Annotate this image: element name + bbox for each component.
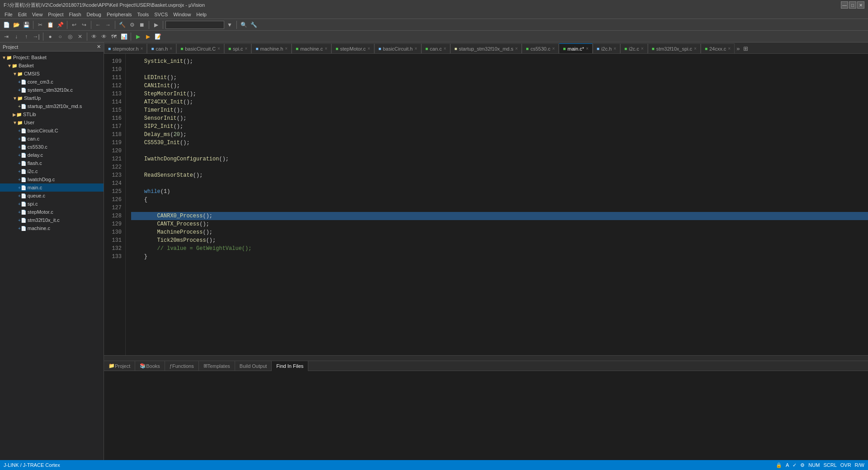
tree-item-spi_c[interactable]: +📄spi.c [0, 200, 104, 208]
navigate-back-btn[interactable]: ← [94, 20, 103, 29]
editor-tab-main_c[interactable]: ■main.c*× [559, 43, 593, 53]
tab-close-btn[interactable]: × [415, 46, 417, 51]
bottom-tab-books[interactable]: 📚 Books [135, 361, 165, 371]
menu-item-flash[interactable]: Flash [66, 11, 84, 18]
debug-btn[interactable]: ▶ [151, 20, 160, 29]
tree-item-stm32f10x_it_c[interactable]: +📄stm32f10x_it.c [0, 216, 104, 224]
tree-item-i2c_c[interactable]: +📄i2c.c [0, 167, 104, 175]
new-file-btn[interactable]: 📄 [2, 20, 11, 29]
regs-btn[interactable]: 📊 [119, 32, 128, 41]
bottom-tab-build-output[interactable]: Build Output [235, 361, 272, 371]
tab-close-btn[interactable]: × [641, 46, 644, 51]
tab-close-btn[interactable]: × [613, 46, 616, 51]
cut-btn[interactable]: ✂ [36, 20, 45, 29]
tree-item-cmsis[interactable]: ▼📁CMSIS [0, 70, 104, 78]
tab-close-btn[interactable]: × [325, 46, 327, 51]
maximize-btn[interactable]: □ [849, 1, 856, 9]
green-run-btn[interactable]: ▶ [133, 32, 142, 41]
tree-item-flash_c[interactable]: +📄flash.c [0, 159, 104, 167]
editor-tab-basicCircuit_h[interactable]: ■basicCircuit.h× [374, 43, 421, 53]
step-out-btn[interactable]: ↑ [22, 32, 31, 41]
tab-close-btn[interactable]: × [141, 46, 143, 51]
tree-item-startup_stm32f10x_md_s[interactable]: +📄startup_stm32f10x_md.s [0, 102, 104, 110]
menu-item-tools[interactable]: Tools [135, 11, 152, 18]
tools-btn[interactable]: 🔧 [249, 20, 258, 29]
tab-close-btn[interactable]: × [552, 46, 555, 51]
editor-tab-startup_stm32f10x_md_s[interactable]: ■startup_stm32f10x_md.s× [450, 43, 522, 53]
target-selector[interactable]: Basket [165, 21, 224, 29]
rebuild-btn[interactable]: ⚙ [127, 20, 137, 29]
run-to-cursor-btn[interactable]: →| [32, 32, 41, 41]
tab-close-btn[interactable]: × [728, 46, 731, 51]
clear-bp-btn[interactable]: ✕ [75, 32, 85, 41]
bottom-tab-find-in-files[interactable]: Find In Files [272, 361, 308, 371]
menu-item-project[interactable]: Project [45, 11, 66, 18]
watch2-btn[interactable]: 👁 [99, 32, 108, 41]
tree-item-user[interactable]: ▼📁User [0, 118, 104, 127]
tab-close-btn[interactable]: × [368, 46, 370, 51]
save-btn[interactable]: 💾 [22, 20, 31, 29]
tree-item-basket[interactable]: ▼📁Basket [0, 61, 104, 70]
tree-item-delay_c[interactable]: +📄delay.c [0, 151, 104, 159]
editor-tab-machine_c[interactable]: ■machine.c× [292, 43, 331, 53]
tree-item-cs5530_c[interactable]: +📄cs5530.c [0, 143, 104, 151]
menu-item-window[interactable]: Window [170, 11, 193, 18]
editor-tab-stm32f10x_spi_c[interactable]: ■stm32f10x_spi.c× [648, 43, 701, 53]
tab-close-btn[interactable]: × [586, 46, 589, 51]
tree-item-startup[interactable]: ▼📁StartUp [0, 94, 104, 102]
close-btn[interactable]: ✕ [857, 1, 864, 9]
editor-tab-cs5530_c[interactable]: ■cs5530.c× [522, 43, 559, 53]
tree-item-can_c[interactable]: +📄can.c [0, 135, 104, 143]
editor-tab-i2c_h[interactable]: ■i2c.h× [593, 43, 620, 53]
tree-item-iwatchdog_c[interactable]: +📄IwatchDog.c [0, 175, 104, 183]
orange-run-btn[interactable]: ▶ [143, 32, 152, 41]
editor-tab-i2c_c[interactable]: ■i2c.c× [620, 43, 648, 53]
editor-scrollbar[interactable] [104, 355, 868, 361]
project-panel-close[interactable]: ✕ [97, 44, 101, 50]
log-btn[interactable]: 📝 [153, 32, 162, 41]
tree-item-machine_c[interactable]: +📄machine.c [0, 224, 104, 232]
tree-item-stlib[interactable]: ▶📁STLib [0, 110, 104, 118]
code-editor[interactable]: Systick_init(); LEDInit(); CAN1Init(); S… [126, 54, 868, 355]
enable-bp-btn[interactable]: ○ [56, 32, 65, 41]
menu-item-edit[interactable]: Edit [15, 11, 29, 18]
editor-tab-can_c[interactable]: ■can.c× [421, 43, 450, 53]
tab-close-btn[interactable]: × [170, 46, 172, 51]
build-btn[interactable]: 🔨 [118, 20, 127, 29]
tab-pin-btn[interactable]: ⊞ [741, 43, 750, 53]
menu-item-peripherals[interactable]: Peripherals [104, 11, 135, 18]
editor-tab-stepMotor_c[interactable]: ■stepMotor.c× [331, 43, 374, 53]
step-into-btn[interactable]: ↓ [12, 32, 21, 41]
tree-item-queue_c[interactable]: +📄queue.c [0, 192, 104, 200]
undo-btn[interactable]: ↩ [70, 20, 79, 29]
editor-tab-stepmotor_h[interactable]: ■stepmotor.h× [104, 43, 147, 53]
stop-build-btn[interactable]: ⏹ [137, 20, 146, 29]
step-over-btn[interactable]: ⇥ [2, 32, 11, 41]
watch1-btn[interactable]: 👁 [90, 32, 99, 41]
target-dropdown-btn[interactable]: ▼ [225, 20, 234, 29]
copy-btn[interactable]: 📋 [46, 20, 55, 29]
bottom-tab-templates[interactable]: ⊞ Templates [199, 361, 235, 371]
tab-close-btn[interactable]: × [515, 46, 518, 51]
editor-tab-machine_h[interactable]: ■machine.h× [251, 43, 292, 53]
tab-close-btn[interactable]: × [694, 46, 697, 51]
menu-item-debug[interactable]: Debug [84, 11, 104, 18]
menu-item-help[interactable]: Help [193, 11, 209, 18]
editor-tab-can_h[interactable]: ■can.h× [147, 43, 176, 53]
editor-tab-spi_c[interactable]: ■spi.c× [224, 43, 252, 53]
minimize-btn[interactable]: — [841, 1, 848, 9]
tree-item-basiccircuit_c[interactable]: +📄basicCircuit.C [0, 127, 104, 135]
redo-btn[interactable]: ↪ [80, 20, 89, 29]
menu-item-file[interactable]: File [2, 11, 15, 18]
bottom-tab-functions[interactable]: ƒ Functions [165, 361, 199, 371]
tree-item-core_cm3_c[interactable]: +📄core_cm3.c [0, 78, 104, 86]
tree-item-system_stm32f10x_c[interactable]: +📄system_stm32f10x.c [0, 86, 104, 94]
navigate-fwd-btn[interactable]: → [104, 20, 113, 29]
tab-close-btn[interactable]: × [245, 46, 248, 51]
editor-tab-24cxx_c[interactable]: ■24cxx.c× [701, 43, 735, 53]
tab-close-btn[interactable]: × [443, 46, 446, 51]
mem-map-btn[interactable]: 🗺 [109, 32, 118, 41]
search-btn[interactable]: 🔍 [239, 20, 248, 29]
tree-item-main_c[interactable]: +📄main.c [0, 183, 104, 192]
paste-btn[interactable]: 📌 [56, 20, 65, 29]
